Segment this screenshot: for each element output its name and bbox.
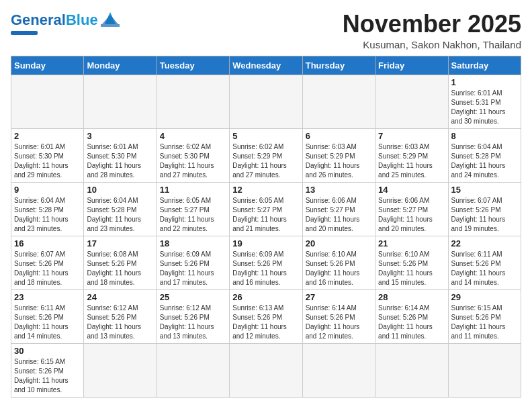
day-number: 16: [14, 238, 81, 248]
calendar-day-cell: 24Sunrise: 6:12 AM Sunset: 5:26 PM Dayli…: [84, 289, 157, 343]
calendar-day-cell: 3Sunrise: 6:01 AM Sunset: 5:30 PM Daylig…: [84, 128, 157, 182]
calendar-day-cell: 11Sunrise: 6:05 AM Sunset: 5:27 PM Dayli…: [157, 182, 229, 236]
day-info: Sunrise: 6:14 AM Sunset: 5:26 PM Dayligh…: [378, 304, 445, 341]
day-number: 1: [451, 77, 518, 87]
calendar-day-cell: 30Sunrise: 6:15 AM Sunset: 5:26 PM Dayli…: [11, 343, 84, 397]
weekday-header: Wednesday: [230, 56, 302, 75]
calendar-week-row: 9Sunrise: 6:04 AM Sunset: 5:28 PM Daylig…: [11, 182, 521, 236]
calendar-day-cell: 18Sunrise: 6:09 AM Sunset: 5:26 PM Dayli…: [157, 236, 229, 289]
day-info: Sunrise: 6:01 AM Sunset: 5:30 PM Dayligh…: [87, 142, 153, 180]
calendar-day-cell: 13Sunrise: 6:06 AM Sunset: 5:27 PM Dayli…: [302, 182, 375, 236]
calendar-day-cell: 22Sunrise: 6:11 AM Sunset: 5:26 PM Dayli…: [448, 236, 521, 289]
day-number: 11: [160, 185, 226, 195]
day-info: Sunrise: 6:04 AM Sunset: 5:28 PM Dayligh…: [14, 196, 81, 234]
day-info: Sunrise: 6:11 AM Sunset: 5:26 PM Dayligh…: [14, 304, 81, 341]
calendar-day-cell: [302, 343, 375, 397]
day-number: 5: [232, 131, 299, 141]
day-number: 28: [378, 292, 445, 302]
calendar-day-cell: [11, 75, 84, 128]
calendar-day-cell: [84, 75, 157, 128]
calendar-day-cell: 5Sunrise: 6:02 AM Sunset: 5:29 PM Daylig…: [230, 128, 302, 182]
weekday-header: Monday: [84, 56, 157, 75]
day-number: 7: [378, 131, 445, 141]
calendar-day-cell: 2Sunrise: 6:01 AM Sunset: 5:30 PM Daylig…: [11, 128, 84, 182]
day-number: 23: [14, 292, 81, 302]
day-info: Sunrise: 6:15 AM Sunset: 5:26 PM Dayligh…: [14, 357, 81, 395]
calendar-day-cell: [230, 343, 302, 397]
title-block: November 2025 Kusuman, Sakon Nakhon, Tha…: [343, 11, 521, 50]
day-info: Sunrise: 6:12 AM Sunset: 5:26 PM Dayligh…: [87, 304, 153, 341]
calendar-day-cell: 19Sunrise: 6:09 AM Sunset: 5:26 PM Dayli…: [230, 236, 302, 289]
weekday-header: Friday: [375, 56, 448, 75]
calendar-day-cell: 28Sunrise: 6:14 AM Sunset: 5:26 PM Dayli…: [375, 289, 448, 343]
calendar-day-cell: [375, 343, 448, 397]
day-number: 14: [378, 185, 445, 195]
day-number: 9: [14, 185, 81, 195]
day-info: Sunrise: 6:05 AM Sunset: 5:27 PM Dayligh…: [160, 196, 226, 234]
day-number: 18: [160, 238, 226, 248]
logo-bar: [11, 31, 38, 35]
calendar-day-cell: [84, 343, 157, 397]
day-info: Sunrise: 6:11 AM Sunset: 5:26 PM Dayligh…: [451, 250, 518, 287]
day-number: 27: [306, 292, 372, 302]
svg-marker-1: [101, 15, 120, 27]
calendar-day-cell: 16Sunrise: 6:07 AM Sunset: 5:26 PM Dayli…: [11, 236, 84, 289]
calendar-week-row: 1Sunrise: 6:01 AM Sunset: 5:31 PM Daylig…: [11, 75, 521, 128]
calendar-day-cell: 26Sunrise: 6:13 AM Sunset: 5:26 PM Dayli…: [230, 289, 302, 343]
day-info: Sunrise: 6:13 AM Sunset: 5:26 PM Dayligh…: [232, 304, 299, 341]
calendar-day-cell: [230, 75, 302, 128]
page-header: GeneralBlue November 2025 Kusuman, Sakon…: [11, 11, 521, 50]
day-info: Sunrise: 6:14 AM Sunset: 5:26 PM Dayligh…: [306, 304, 372, 341]
day-number: 3: [87, 131, 153, 141]
calendar-table: SundayMondayTuesdayWednesdayThursdayFrid…: [11, 56, 521, 398]
day-number: 29: [451, 292, 518, 302]
month-title: November 2025: [343, 11, 521, 38]
day-number: 6: [306, 131, 372, 141]
day-info: Sunrise: 6:08 AM Sunset: 5:26 PM Dayligh…: [87, 250, 153, 287]
logo-text: GeneralBlue: [11, 13, 98, 28]
day-number: 17: [87, 238, 153, 248]
day-number: 30: [14, 346, 81, 356]
calendar-day-cell: 12Sunrise: 6:05 AM Sunset: 5:27 PM Dayli…: [230, 182, 302, 236]
day-info: Sunrise: 6:01 AM Sunset: 5:31 PM Dayligh…: [451, 89, 518, 126]
day-number: 25: [160, 292, 226, 302]
calendar-day-cell: 25Sunrise: 6:12 AM Sunset: 5:26 PM Dayli…: [157, 289, 229, 343]
calendar-day-cell: 29Sunrise: 6:15 AM Sunset: 5:26 PM Dayli…: [448, 289, 521, 343]
weekday-header: Tuesday: [157, 56, 229, 75]
day-number: 2: [14, 131, 81, 141]
day-number: 15: [451, 185, 518, 195]
calendar-day-cell: 9Sunrise: 6:04 AM Sunset: 5:28 PM Daylig…: [11, 182, 84, 236]
day-number: 10: [87, 185, 153, 195]
day-number: 12: [232, 185, 299, 195]
calendar-day-cell: 7Sunrise: 6:03 AM Sunset: 5:29 PM Daylig…: [375, 128, 448, 182]
calendar-day-cell: 10Sunrise: 6:04 AM Sunset: 5:28 PM Dayli…: [84, 182, 157, 236]
weekday-header: Saturday: [448, 56, 521, 75]
calendar-week-row: 30Sunrise: 6:15 AM Sunset: 5:26 PM Dayli…: [11, 343, 521, 397]
calendar-day-cell: [157, 343, 229, 397]
day-info: Sunrise: 6:02 AM Sunset: 5:30 PM Dayligh…: [160, 142, 226, 180]
calendar-day-cell: 15Sunrise: 6:07 AM Sunset: 5:26 PM Dayli…: [448, 182, 521, 236]
day-number: 26: [232, 292, 299, 302]
day-info: Sunrise: 6:06 AM Sunset: 5:27 PM Dayligh…: [306, 196, 372, 234]
calendar-day-cell: [375, 75, 448, 128]
calendar-day-cell: 14Sunrise: 6:06 AM Sunset: 5:27 PM Dayli…: [375, 182, 448, 236]
calendar-day-cell: [302, 75, 375, 128]
day-number: 24: [87, 292, 153, 302]
weekday-header: Thursday: [302, 56, 375, 75]
weekday-header-row: SundayMondayTuesdayWednesdayThursdayFrid…: [11, 56, 521, 75]
calendar-week-row: 23Sunrise: 6:11 AM Sunset: 5:26 PM Dayli…: [11, 289, 521, 343]
day-info: Sunrise: 6:10 AM Sunset: 5:26 PM Dayligh…: [378, 250, 445, 287]
day-info: Sunrise: 6:04 AM Sunset: 5:28 PM Dayligh…: [451, 142, 518, 180]
day-number: 8: [451, 131, 518, 141]
day-info: Sunrise: 6:07 AM Sunset: 5:26 PM Dayligh…: [451, 196, 518, 234]
calendar-week-row: 2Sunrise: 6:01 AM Sunset: 5:30 PM Daylig…: [11, 128, 521, 182]
day-number: 21: [378, 238, 445, 248]
day-info: Sunrise: 6:03 AM Sunset: 5:29 PM Dayligh…: [306, 142, 372, 180]
day-info: Sunrise: 6:02 AM Sunset: 5:29 PM Dayligh…: [232, 142, 299, 180]
day-info: Sunrise: 6:07 AM Sunset: 5:26 PM Dayligh…: [14, 250, 81, 287]
day-number: 13: [306, 185, 372, 195]
calendar-day-cell: 21Sunrise: 6:10 AM Sunset: 5:26 PM Dayli…: [375, 236, 448, 289]
calendar-day-cell: [448, 343, 521, 397]
calendar-day-cell: 4Sunrise: 6:02 AM Sunset: 5:30 PM Daylig…: [157, 128, 229, 182]
logo: GeneralBlue: [11, 11, 120, 35]
